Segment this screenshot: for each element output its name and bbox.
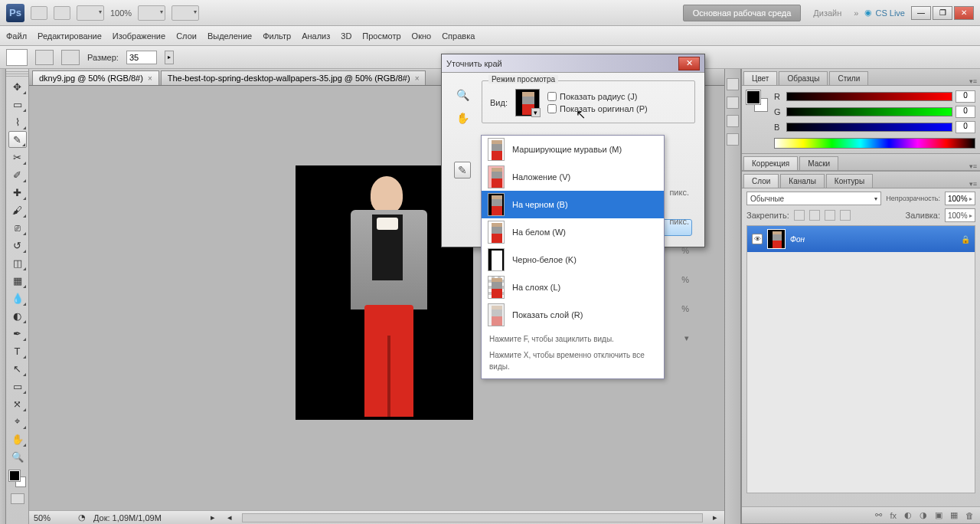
hscroll-right[interactable]: ▸ <box>710 513 720 522</box>
tab-channels[interactable]: Каналы <box>780 174 825 188</box>
healing-tool[interactable]: ✚ <box>8 184 27 201</box>
dodge-tool[interactable]: ◐ <box>8 307 27 324</box>
menu-item[interactable]: Анализ <box>302 31 330 41</box>
link-layers-icon[interactable]: ⚯ <box>875 510 882 520</box>
toolbox-handle[interactable] <box>6 70 28 77</box>
design-workspace-button[interactable]: Дизайн <box>807 5 848 21</box>
status-doc-size[interactable]: Док: 1,09M/1,09M <box>93 513 201 522</box>
shape-tool[interactable]: ▭ <box>8 378 27 395</box>
bridge-icon[interactable] <box>31 6 47 20</box>
horizontal-scrollbar[interactable] <box>242 513 703 522</box>
right-dock-strip[interactable] <box>724 69 741 524</box>
lock-pixels-icon[interactable] <box>809 210 820 221</box>
tab-adjustments[interactable]: Коррекция <box>743 156 798 170</box>
dialog-zoom-tool-icon[interactable]: 🔍 <box>454 87 471 103</box>
3d-tool[interactable]: ⤧ <box>8 395 27 412</box>
path-select-tool[interactable]: ↖ <box>8 360 27 377</box>
r-value[interactable]: 0 <box>956 90 975 103</box>
b-slider[interactable] <box>786 123 952 132</box>
view-mode-dropdown[interactable] <box>515 89 540 116</box>
tab-masks[interactable]: Маски <box>799 156 838 170</box>
hscroll-left[interactable]: ◂ <box>225 513 234 522</box>
history-brush-tool[interactable]: ↺ <box>8 237 27 254</box>
close-tab-icon[interactable]: × <box>415 74 420 83</box>
minimize-button[interactable]: — <box>911 6 931 20</box>
menu-item[interactable]: Изображение <box>113 31 165 41</box>
color-spectrum[interactable] <box>774 138 975 149</box>
menu-item[interactable]: Редактирование <box>38 31 102 41</box>
document-tab[interactable]: dkny9.jpg @ 50% (RGB/8#)× <box>32 70 159 85</box>
panel-menu-icon[interactable]: ▾≡ <box>969 77 977 85</box>
delete-layer-icon[interactable]: 🗑 <box>965 511 974 520</box>
lasso-tool[interactable]: ⌇ <box>8 113 27 130</box>
gradient-tool[interactable]: ▦ <box>8 272 27 289</box>
brush-size-input[interactable] <box>126 51 157 64</box>
dock-icon[interactable] <box>727 115 739 127</box>
color-swatch[interactable] <box>9 470 26 487</box>
g-value[interactable]: 0 <box>956 106 975 118</box>
status-icon[interactable]: ◔ <box>78 513 86 522</box>
close-button[interactable]: ✕ <box>954 6 974 20</box>
cslive-button[interactable]: CS Live <box>864 8 905 18</box>
lock-all-icon[interactable] <box>840 210 851 221</box>
tab-color[interactable]: Цвет <box>743 71 777 85</box>
marquee-tool[interactable]: ▭ <box>8 96 27 113</box>
show-original-checkbox[interactable]: Показать оригинал (P) <box>547 104 648 113</box>
r-slider[interactable] <box>786 92 952 101</box>
crop-tool[interactable]: ✂ <box>8 149 27 165</box>
zoom-level-label[interactable]: 100% <box>110 8 132 18</box>
layer-name[interactable]: Фон <box>790 235 956 244</box>
maximize-button[interactable]: ❐ <box>933 6 952 20</box>
blur-tool[interactable]: 💧 <box>8 290 27 306</box>
arrange-dropdown[interactable] <box>138 5 165 21</box>
hand-tool[interactable]: ✋ <box>8 431 27 447</box>
visibility-toggle-icon[interactable]: 👁 <box>752 234 763 244</box>
color-panel-swatch[interactable] <box>746 90 768 112</box>
minibridge-icon[interactable] <box>54 6 70 20</box>
menu-item[interactable]: 3D <box>341 31 351 41</box>
brush-preview-alt[interactable] <box>61 50 80 65</box>
view-mode-option[interactable]: Показать слой (R) <box>482 301 664 329</box>
menu-item[interactable]: Окно <box>412 31 432 41</box>
menu-item[interactable]: Выделение <box>207 31 252 41</box>
g-slider[interactable] <box>786 107 952 116</box>
menu-item[interactable]: Просмотр <box>362 31 400 41</box>
view-mode-option[interactable]: Черно-белое (K) <box>482 246 664 273</box>
left-dock-strip[interactable] <box>0 69 6 524</box>
opacity-input[interactable]: 100% <box>945 192 975 205</box>
3d-camera-tool[interactable]: ⌖ <box>8 413 27 430</box>
b-value[interactable]: 0 <box>956 121 975 133</box>
document-tab[interactable]: The-best-top-spring-desktop-wallpapers-3… <box>161 70 426 85</box>
view-mode-option[interactable]: На белом (W) <box>482 218 664 246</box>
panel-menu-icon[interactable]: ▾≡ <box>969 162 977 170</box>
status-zoom[interactable]: 50% <box>34 513 70 522</box>
size-arrow-button[interactable]: ▸ <box>165 51 174 64</box>
brush-preview[interactable] <box>35 50 54 65</box>
workspace-button[interactable]: Основная рабочая среда <box>683 5 802 21</box>
view-extras-dropdown[interactable] <box>77 5 104 21</box>
adjustment-layer-icon[interactable]: ◑ <box>920 510 927 520</box>
menu-item[interactable]: Фильтр <box>263 31 291 41</box>
move-tool[interactable]: ✥ <box>8 78 27 95</box>
quick-mask-toggle[interactable] <box>11 493 24 504</box>
view-mode-option[interactable]: На черном (B) <box>482 191 664 218</box>
menu-item[interactable]: Слои <box>176 31 197 41</box>
eyedropper-tool[interactable]: ✐ <box>8 166 27 183</box>
quick-select-tool[interactable]: ✎ <box>8 131 27 148</box>
view-mode-option[interactable]: На слоях (L) <box>482 273 664 301</box>
dock-icon[interactable] <box>727 78 739 90</box>
status-menu-arrow[interactable]: ▸ <box>208 513 217 522</box>
dialog-hand-tool-icon[interactable]: ✋ <box>454 110 471 126</box>
tool-preset-picker[interactable] <box>6 49 28 66</box>
tab-swatches[interactable]: Образцы <box>779 71 828 85</box>
layer-row[interactable]: 👁 Фон 🔒 <box>747 226 975 252</box>
brush-tool[interactable]: 🖌 <box>8 201 27 218</box>
dialog-close-button[interactable]: ✕ <box>678 57 700 70</box>
type-tool[interactable]: T <box>8 342 27 359</box>
panel-menu-icon[interactable]: ▾≡ <box>969 180 977 188</box>
menu-item[interactable]: Файл <box>6 31 27 41</box>
eraser-tool[interactable]: ◫ <box>8 254 27 271</box>
view-mode-option[interactable]: Марширующие муравьи (M) <box>482 136 664 163</box>
new-group-icon[interactable]: ▣ <box>935 510 942 520</box>
tab-styles[interactable]: Стили <box>829 71 868 85</box>
